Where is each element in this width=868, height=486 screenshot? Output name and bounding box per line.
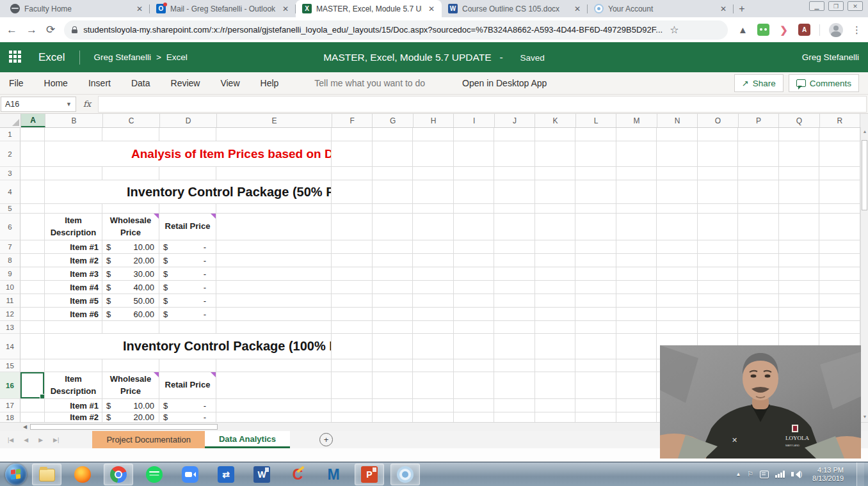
browser-menu-icon[interactable]: ⋮ <box>852 24 862 36</box>
cell[interactable] <box>332 412 373 422</box>
wholesale-cell[interactable]: $50.00 <box>102 294 159 308</box>
minimize-button[interactable]: ▁ <box>809 1 824 11</box>
cell[interactable] <box>779 141 820 167</box>
retail-cell[interactable]: $- <box>159 412 216 422</box>
cell[interactable] <box>698 294 739 308</box>
retail-cell[interactable]: $- <box>159 281 216 294</box>
wholesale-cell[interactable]: $10.00 <box>102 399 159 412</box>
cell[interactable] <box>413 214 454 240</box>
tab-close-icon[interactable]: ✕ <box>572 4 583 14</box>
cell[interactable] <box>494 308 535 321</box>
cell[interactable] <box>373 267 414 281</box>
ribbon-tab-file[interactable]: File <box>9 78 34 88</box>
item-cell[interactable]: Item #1 <box>45 240 102 254</box>
ribbon-tab-insert[interactable]: Insert <box>78 78 121 88</box>
cell[interactable] <box>494 240 535 254</box>
cell[interactable] <box>738 267 779 281</box>
cell[interactable] <box>575 399 616 412</box>
cell[interactable] <box>819 321 860 334</box>
cell[interactable] <box>159 167 216 180</box>
cell[interactable] <box>535 240 576 254</box>
retail-cell[interactable]: $- <box>159 294 216 308</box>
cell[interactable] <box>494 294 535 308</box>
cell[interactable] <box>332 254 373 267</box>
tab-close-icon[interactable]: ✕ <box>718 4 728 14</box>
clock[interactable]: 4:13 PM 8/13/2019 <box>808 466 848 483</box>
tell-me-box[interactable]: Tell me what you want to do <box>314 78 425 88</box>
cell[interactable] <box>616 267 657 281</box>
cell[interactable] <box>698 180 739 204</box>
column-header-B[interactable]: B <box>45 114 103 127</box>
retail-cell[interactable]: $- <box>159 267 216 281</box>
cell[interactable] <box>535 412 576 422</box>
close-button[interactable]: ✕ <box>848 1 863 11</box>
cell[interactable] <box>373 254 414 267</box>
cell[interactable] <box>698 214 739 240</box>
cell[interactable] <box>657 214 698 240</box>
cell[interactable] <box>779 254 820 267</box>
cell[interactable] <box>454 180 495 204</box>
cell[interactable] <box>535 321 576 334</box>
name-box[interactable]: A16 ▼ <box>1 97 76 112</box>
cell[interactable] <box>616 412 657 422</box>
item-cell[interactable]: Item #2 <box>45 254 102 267</box>
cell[interactable] <box>20 412 45 422</box>
page-url[interactable]: studentsloyola-my.sharepoint.com/:x:/r/p… <box>83 25 663 35</box>
cell[interactable] <box>20 180 45 204</box>
cell[interactable] <box>102 167 159 180</box>
cell[interactable] <box>454 167 495 180</box>
ribbon-tab-home[interactable]: Home <box>34 78 78 88</box>
item-cell[interactable]: Item #6 <box>45 308 102 321</box>
cell[interactable] <box>454 321 495 334</box>
cell[interactable] <box>738 308 779 321</box>
cell[interactable] <box>616 167 657 180</box>
cell[interactable] <box>738 254 779 267</box>
restore-button[interactable]: ❐ <box>828 1 844 11</box>
cell[interactable] <box>575 254 616 267</box>
cell[interactable] <box>698 141 739 167</box>
cell[interactable] <box>657 254 698 267</box>
active-cell-selection[interactable] <box>20 372 44 398</box>
browser-tab[interactable]: Mail - Greg Stefanelli - Outlook✕ <box>150 0 296 17</box>
row-header-10[interactable]: 10 <box>0 281 20 294</box>
cell[interactable] <box>698 128 739 141</box>
cell[interactable] <box>535 359 576 372</box>
address-bar[interactable]: studentsloyola-my.sharepoint.com/:x:/r/p… <box>64 20 728 40</box>
formula-input[interactable] <box>98 96 867 113</box>
sheet-tab-data-analytics[interactable]: Data Analytics <box>205 431 290 448</box>
cell[interactable] <box>494 359 535 372</box>
cell[interactable] <box>454 214 495 240</box>
cell[interactable] <box>575 141 616 167</box>
cell[interactable] <box>494 204 535 214</box>
cell[interactable] <box>332 359 373 372</box>
cell[interactable] <box>413 412 454 422</box>
row-header-7[interactable]: 7 <box>0 240 20 254</box>
browser-tab[interactable]: Faculty Home✕ <box>4 0 150 17</box>
column-header-E[interactable]: E <box>217 114 332 127</box>
cell[interactable] <box>332 281 373 294</box>
cell[interactable] <box>575 308 616 321</box>
cell[interactable] <box>373 294 414 308</box>
column-header-Q[interactable]: Q <box>779 114 819 127</box>
cell[interactable] <box>413 399 454 412</box>
cell[interactable] <box>413 180 454 204</box>
cell[interactable] <box>373 412 414 422</box>
breadcrumb-user[interactable]: Greg Stefanelli <box>94 52 151 62</box>
cell[interactable] <box>373 240 414 254</box>
row-header-18[interactable]: 18 <box>0 412 20 422</box>
cell[interactable] <box>657 167 698 180</box>
header-cell[interactable]: Retail Price <box>159 372 216 399</box>
cell[interactable] <box>616 308 657 321</box>
cell[interactable] <box>413 308 454 321</box>
cell[interactable] <box>738 294 779 308</box>
cell[interactable] <box>413 128 454 141</box>
tab-close-icon[interactable]: ✕ <box>426 4 437 14</box>
cell[interactable] <box>535 214 576 240</box>
cell[interactable] <box>20 267 45 281</box>
breadcrumb-doc[interactable]: Excel <box>166 52 188 62</box>
cell[interactable] <box>332 240 373 254</box>
column-header-J[interactable]: J <box>495 114 535 127</box>
cell[interactable] <box>332 372 373 399</box>
cell[interactable] <box>413 359 454 372</box>
cell[interactable] <box>738 214 779 240</box>
